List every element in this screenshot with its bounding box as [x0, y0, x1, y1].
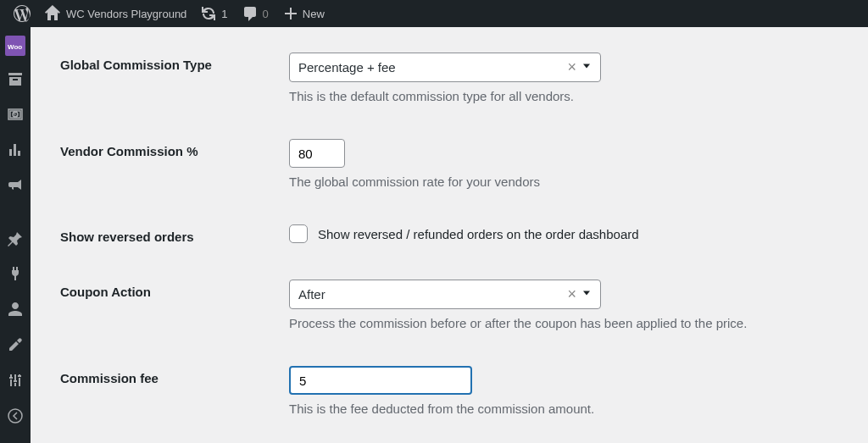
commission-fee-input[interactable] [289, 366, 472, 395]
comments-count: 0 [263, 8, 269, 20]
archive-icon [7, 70, 24, 87]
chart-icon [7, 141, 24, 158]
plug-icon [7, 265, 24, 282]
wordpress-icon [14, 5, 31, 22]
refresh-icon [200, 5, 217, 22]
svg-point-2 [8, 409, 22, 423]
svg-text:Woo: Woo [8, 43, 22, 51]
sliders-icon [7, 372, 24, 389]
money-icon: $ [7, 106, 24, 123]
new-content[interactable]: New [275, 0, 331, 27]
site-home[interactable]: WC Vendors Playground [37, 0, 193, 27]
svg-text:$: $ [14, 111, 18, 119]
updates[interactable]: 1 [193, 0, 234, 27]
updates-count: 1 [221, 8, 227, 20]
admin-sidebar: Woo $ [0, 27, 31, 443]
sidebar-item-collapse[interactable] [0, 398, 31, 434]
admin-bar: WC Vendors Playground 1 0 New [0, 0, 868, 27]
sidebar-item-pin[interactable] [0, 220, 31, 256]
label-commission-type: Global Commission Type [60, 53, 289, 72]
coupon-action-select[interactable]: After × [289, 280, 601, 309]
show-reversed-checkbox-label: Show reversed / refunded orders on the o… [318, 227, 639, 241]
sidebar-item-plugins[interactable] [0, 256, 31, 291]
vendor-commission-input[interactable] [289, 139, 345, 168]
collapse-icon [7, 407, 24, 424]
row-vendor-commission: Vendor Commission % The global commissio… [60, 139, 868, 189]
sidebar-item-users[interactable] [0, 291, 31, 327]
row-show-reversed: Show reversed orders Show reversed / ref… [60, 224, 868, 244]
description-vendor-commission: The global commission rate for your vend… [289, 174, 868, 189]
commission-type-select[interactable]: Percentage + fee × [289, 53, 601, 82]
settings-form: Global Commission Type Percentage + fee … [31, 27, 868, 443]
chevron-down-icon [580, 286, 593, 302]
label-vendor-commission: Vendor Commission % [60, 139, 289, 158]
wrench-icon [7, 336, 24, 353]
new-label: New [303, 8, 325, 20]
commission-type-value: Percentage + fee [298, 60, 564, 75]
label-commission-fee: Commission fee [60, 366, 289, 385]
description-commission-type: This is the default commission type for … [289, 89, 868, 103]
user-icon [7, 301, 24, 318]
coupon-action-value: After [298, 287, 564, 302]
chevron-down-icon [580, 59, 593, 75]
row-coupon-action: Coupon Action After × Process the commis… [60, 280, 868, 330]
wordpress-logo[interactable] [7, 0, 37, 27]
sidebar-item-settings[interactable] [0, 363, 31, 398]
sidebar-item-tools[interactable] [0, 327, 31, 363]
site-title: WC Vendors Playground [66, 8, 186, 20]
row-commission-type: Global Commission Type Percentage + fee … [60, 53, 868, 103]
clear-icon[interactable]: × [564, 58, 580, 76]
home-icon [44, 5, 61, 22]
pin-icon [7, 230, 24, 246]
sidebar-item-analytics[interactable] [0, 132, 31, 168]
plus-icon [282, 5, 299, 22]
label-show-reversed: Show reversed orders [60, 224, 289, 244]
description-coupon-action: Process the commission before or after t… [289, 316, 868, 330]
comments[interactable]: 0 [235, 0, 275, 27]
comment-icon [242, 5, 259, 22]
sidebar-item-woo[interactable]: Woo [5, 36, 25, 56]
sidebar-item-archive[interactable] [0, 61, 31, 97]
sidebar-item-money[interactable]: $ [0, 97, 31, 132]
sidebar-item-marketing[interactable] [0, 168, 31, 203]
label-coupon-action: Coupon Action [60, 280, 289, 299]
show-reversed-checkbox[interactable] [289, 224, 308, 243]
megaphone-icon [7, 177, 24, 194]
description-commission-fee: This is the fee deducted from the commis… [289, 401, 868, 416]
woo-icon: Woo [7, 37, 24, 54]
row-commission-fee: Commission fee This is the fee deducted … [60, 366, 868, 416]
clear-icon[interactable]: × [564, 285, 580, 303]
